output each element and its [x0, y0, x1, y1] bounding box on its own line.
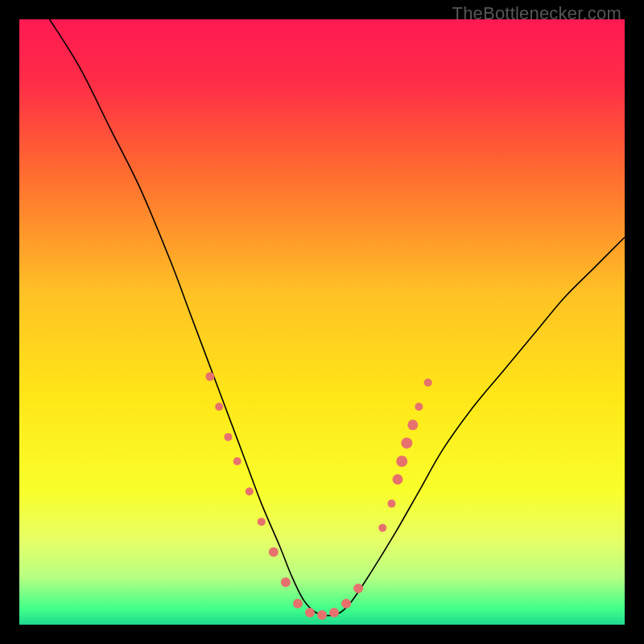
chart-frame	[19, 19, 625, 625]
marker-dot	[224, 433, 232, 441]
marker-dot	[415, 402, 423, 411]
chart-background	[19, 19, 625, 625]
marker-dot	[393, 474, 403, 485]
marker-dot	[353, 584, 363, 593]
marker-dot	[258, 518, 266, 526]
marker-dot	[407, 419, 418, 430]
marker-dot	[293, 599, 303, 609]
marker-dot	[269, 547, 279, 557]
marker-dot	[401, 437, 412, 448]
bottleneck-chart	[19, 19, 625, 625]
marker-dot	[281, 577, 291, 587]
marker-dot	[246, 488, 254, 496]
marker-dot	[329, 608, 339, 617]
marker-dot	[387, 500, 395, 508]
marker-dot	[424, 378, 432, 386]
marker-dot	[378, 524, 386, 532]
marker-dot	[396, 456, 407, 467]
marker-dot	[317, 610, 327, 620]
marker-dot	[215, 402, 223, 411]
marker-dot	[233, 457, 242, 465]
marker-dot	[305, 608, 315, 617]
marker-dot	[341, 599, 351, 609]
marker-dot	[205, 372, 214, 381]
